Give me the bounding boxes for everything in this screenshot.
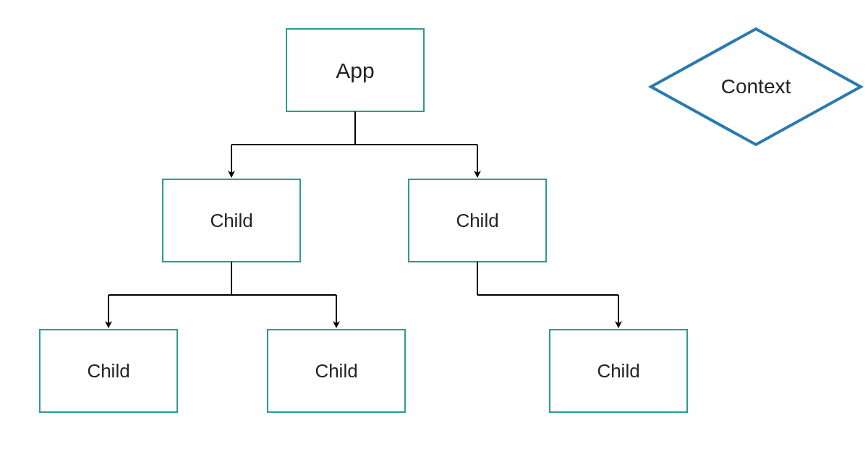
node-child-1a-label: Child	[210, 210, 252, 231]
node-context-label: Context	[721, 75, 791, 98]
node-child-2a: Child	[40, 330, 177, 412]
node-child-2b: Child	[268, 330, 405, 412]
node-child-1b: Child	[409, 179, 546, 262]
node-child-2c-label: Child	[597, 360, 639, 382]
connector-child1a-to-children	[109, 262, 336, 327]
connector-app-to-children	[231, 111, 477, 176]
node-child-2b-label: Child	[315, 360, 357, 382]
node-child-1a: Child	[163, 179, 300, 262]
node-context: Context	[651, 29, 861, 145]
node-child-2c: Child	[550, 330, 687, 412]
connector-child1b-to-child	[477, 262, 618, 327]
node-app-label: App	[336, 59, 374, 82]
diagram-canvas: App Child Child Child Child Child Contex…	[0, 0, 868, 475]
node-child-2a-label: Child	[87, 360, 129, 382]
node-child-1b-label: Child	[456, 210, 498, 231]
node-app: App	[286, 29, 424, 111]
